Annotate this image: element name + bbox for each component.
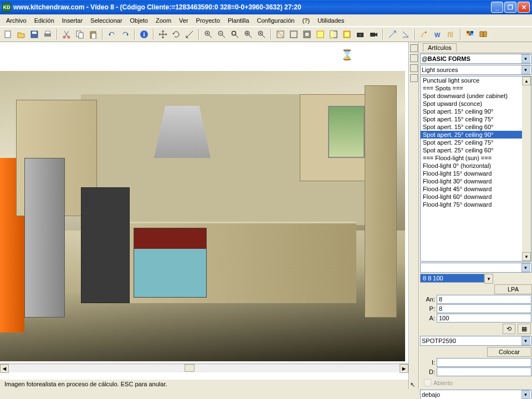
view6-icon[interactable] xyxy=(341,29,352,40)
paste-icon[interactable] xyxy=(88,29,99,40)
tool3-icon[interactable] xyxy=(419,29,430,40)
view1-icon[interactable] xyxy=(275,29,286,40)
3d-viewport[interactable]: ⌛ ◄ ► Imagen fotorealista en proceso de … xyxy=(0,42,409,389)
vt-2-icon[interactable] xyxy=(410,54,418,62)
list-item[interactable]: Flood-light 75° downward xyxy=(421,201,531,208)
video-icon[interactable] xyxy=(368,29,379,40)
chevron-down-icon[interactable]: ▼ xyxy=(521,263,530,272)
book-icon[interactable] xyxy=(478,29,489,40)
list-item[interactable]: Flood-light 60° downward xyxy=(421,193,531,201)
input-an[interactable]: 8 xyxy=(437,295,531,304)
input-i[interactable] xyxy=(437,358,531,367)
list-item[interactable]: === Spots === xyxy=(421,84,531,92)
print-icon[interactable] xyxy=(42,29,53,40)
view2-icon[interactable] xyxy=(288,29,299,40)
scroll-down-icon[interactable]: ▼ xyxy=(522,252,531,261)
maximize-button[interactable]: ❐ xyxy=(504,2,516,13)
list-item[interactable]: Spot apert. 15° ceiling 90° xyxy=(421,108,531,115)
list-item[interactable]: Spot apert. 15° ceiling 75° xyxy=(421,115,531,123)
zoom-fit-icon[interactable] xyxy=(229,29,241,40)
list-item[interactable]: === Flood-light (sun) === xyxy=(421,154,531,162)
scroll-left-icon[interactable]: ◄ xyxy=(0,364,9,373)
menu-seleccionar[interactable]: Seleccionar xyxy=(86,16,126,25)
palette-icon[interactable] xyxy=(464,29,475,40)
chevron-down-icon[interactable]: ▼ xyxy=(521,65,530,74)
menu-ver[interactable]: Ver xyxy=(175,16,192,25)
horizontal-scrollbar[interactable]: ◄ ► xyxy=(0,364,408,372)
redo-icon[interactable] xyxy=(120,29,131,40)
dims-preview[interactable]: 8 8 100 xyxy=(420,274,484,283)
list-item[interactable]: Spot upward (sconce) xyxy=(421,100,531,108)
tool5-icon[interactable] xyxy=(446,29,457,40)
colocar-button[interactable]: Colocar xyxy=(487,347,531,357)
copy-icon[interactable] xyxy=(74,29,85,40)
list-item[interactable]: Spot apert. 25° ceiling 75° xyxy=(421,139,531,146)
category-dropdown[interactable]: Light sources▼ xyxy=(420,65,531,75)
menu-plantilla[interactable]: Plantilla xyxy=(224,16,253,25)
menu-zoom[interactable]: Zoom xyxy=(152,16,175,25)
refresh-button[interactable]: ⟲ xyxy=(503,324,515,334)
close-button[interactable]: ✕ xyxy=(518,2,530,13)
vt-cursor-icon[interactable]: ↖ xyxy=(410,381,418,389)
vt-4-icon[interactable] xyxy=(410,74,418,82)
scroll-up-icon[interactable]: ▲ xyxy=(522,76,531,85)
vt-1-icon[interactable] xyxy=(410,44,418,52)
apply-button[interactable]: ▦ xyxy=(518,324,531,334)
input-a[interactable]: 100 xyxy=(437,314,531,323)
list-scrollbar[interactable]: ▲ ▼ xyxy=(522,76,531,261)
view4-icon[interactable] xyxy=(315,29,326,40)
menu-help[interactable]: (?) xyxy=(298,16,313,25)
menu-utilidades[interactable]: Utilidades xyxy=(314,16,348,25)
menu-objeto[interactable]: Objeto xyxy=(126,16,152,25)
menu-configuracion[interactable]: Configuración xyxy=(253,16,299,25)
menu-archivo[interactable]: Archivo xyxy=(2,16,30,25)
scroll-right-icon[interactable]: ► xyxy=(400,364,408,373)
input-d[interactable] xyxy=(437,367,531,376)
list-item[interactable]: Flood-light 30° downward xyxy=(421,177,531,185)
scroll-thumb[interactable] xyxy=(185,364,195,372)
zoom-prev-icon[interactable] xyxy=(256,29,267,40)
save-icon[interactable] xyxy=(29,29,40,40)
menu-proyecto[interactable]: Proyecto xyxy=(192,16,224,25)
measure-icon[interactable] xyxy=(184,29,195,40)
catalog-dropdown[interactable]: @BASIC FORMS▼ xyxy=(420,54,531,64)
list-item[interactable]: Flood-light 0° (horizontal) xyxy=(421,162,531,170)
chevron-down-icon[interactable]: ▼ xyxy=(521,54,530,63)
tool1-icon[interactable] xyxy=(387,29,398,40)
lpa-button[interactable]: LPA xyxy=(494,284,532,294)
list-item[interactable]: Spot apert. 25° ceiling 90° xyxy=(421,131,531,139)
zoom-out-icon[interactable] xyxy=(216,29,227,40)
view3-icon[interactable] xyxy=(301,29,313,40)
sub-dropdown[interactable]: ▼ xyxy=(420,263,531,273)
list-item[interactable]: Flood-light 15° downward xyxy=(421,170,531,177)
rotate-icon[interactable] xyxy=(171,29,182,40)
new-icon[interactable] xyxy=(2,29,13,40)
view5-icon[interactable] xyxy=(328,29,339,40)
chevron-down-icon[interactable]: ▼ xyxy=(484,274,493,284)
chevron-down-icon[interactable]: ▼ xyxy=(521,336,530,345)
chevron-down-icon[interactable]: ▼ xyxy=(521,390,530,399)
camera-icon[interactable] xyxy=(355,29,366,40)
menu-insertar[interactable]: Insertar xyxy=(58,16,86,25)
zoom-all-icon[interactable] xyxy=(243,29,254,40)
list-item[interactable]: Punctual light source xyxy=(421,76,531,84)
vt-3-icon[interactable] xyxy=(410,64,418,72)
tool4-icon[interactable]: W xyxy=(432,29,443,40)
list-item[interactable]: Spot downward (under cabinet) xyxy=(421,92,531,100)
zoom-in-icon[interactable] xyxy=(203,29,214,40)
input-p[interactable]: 8 xyxy=(437,304,531,313)
tool2-icon[interactable] xyxy=(400,29,411,40)
position-dropdown[interactable]: debajo▼ xyxy=(420,390,531,399)
list-item[interactable]: Spot apert. 15° ceiling 60° xyxy=(421,123,531,131)
list-item[interactable]: Spot apert. 25° ceiling 60° xyxy=(421,146,531,154)
menu-edicion[interactable]: Edición xyxy=(30,16,58,25)
open-icon[interactable] xyxy=(16,29,27,40)
undo-icon[interactable] xyxy=(106,29,117,40)
code-dropdown[interactable]: SPOTP2590▼ xyxy=(420,336,531,346)
list-item[interactable]: Flood-light 45° downward xyxy=(421,185,531,193)
tab-articulos[interactable]: Artículos xyxy=(423,43,457,52)
info-icon[interactable]: i xyxy=(139,29,150,40)
move-icon[interactable] xyxy=(157,29,168,40)
minimize-button[interactable]: _ xyxy=(491,2,503,13)
cut-icon[interactable] xyxy=(61,29,72,40)
